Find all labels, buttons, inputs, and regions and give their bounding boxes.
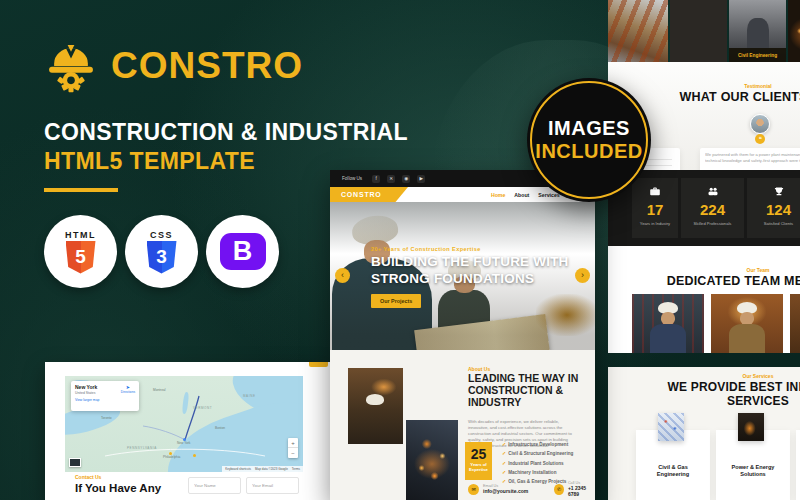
promo-canvas: CONSTRO CONSTRUCTION & INDUSTRIAL HTML5 … <box>0 0 800 500</box>
service-card-partial <box>796 430 800 500</box>
zoom-out-button[interactable]: − <box>288 448 298 458</box>
portfolio-image-steelwork <box>608 0 668 62</box>
keyboard-shortcuts-link[interactable]: Keyboard shortcuts <box>225 467 251 471</box>
terms-link[interactable]: Terms <box>292 467 300 471</box>
body <box>650 324 686 353</box>
stat-years: 17 Years in Industry <box>632 178 678 238</box>
email-value[interactable]: info@yoursite.com <box>483 488 528 494</box>
about-image-sparks <box>406 420 458 500</box>
directions-link[interactable]: ➤ Directions <box>121 384 135 394</box>
team-title: DEDICATED TEAM MEMBERS <box>608 274 800 288</box>
check-icon: ✓ <box>502 450 506 456</box>
map-label: Boston <box>215 426 225 430</box>
portfolio-worker-figure <box>747 18 769 48</box>
map-state-label: MAINE <box>243 394 256 398</box>
map-marker-blue <box>183 438 186 441</box>
stat-label: Years in Industry <box>632 221 678 226</box>
name-input[interactable] <box>188 477 241 494</box>
carousel-next-button[interactable]: › <box>575 268 590 283</box>
tagline-line1: CONSTRUCTION & INDUSTRIAL <box>44 119 408 146</box>
checklist-item: ✓Infrastructure Development <box>502 440 573 449</box>
phone-contact[interactable]: ✆ Call Us +1 2345 6789 <box>554 481 595 497</box>
check-icon: ✓ <box>502 460 506 466</box>
portfolio-image-sparks <box>788 0 800 62</box>
users-icon <box>707 186 719 196</box>
css3-icon: 3 <box>147 241 177 274</box>
experience-box: 25 Years of Expertise <box>465 442 492 480</box>
view-larger-map-link[interactable]: View larger map <box>75 398 135 402</box>
stat-label: Skilled Professionals <box>681 221 744 226</box>
zoom-in-button[interactable]: + <box>288 438 298 448</box>
service-name-line2: Solutions <box>740 471 765 477</box>
map-marker-yellow <box>169 452 172 455</box>
html5-badge: HTML 5 <box>44 215 117 288</box>
twitter-icon[interactable]: ✕ <box>387 175 395 183</box>
homepage-preview: Follow Us f ✕ ◉ ▶ CONSTRO Home About Ser… <box>330 170 595 500</box>
preview-logo[interactable]: CONSTRO <box>330 187 408 202</box>
service-image-plant <box>738 413 764 441</box>
quote-icon: ❝ <box>755 134 765 144</box>
hero-kicker: 20+ Years of Construction Expertise <box>371 246 481 252</box>
hero-section: 20+ Years of Construction Expertise BUIL… <box>330 202 595 350</box>
hero-cta-button[interactable]: Our Projects <box>371 294 421 308</box>
youtube-icon[interactable]: ▶ <box>417 175 425 183</box>
services-section: Our Services WE PROVIDE BEST INDUSTRY SE… <box>608 367 800 500</box>
testimonial-quote-line2: technical knowledge and safety-first app… <box>705 158 800 164</box>
stat-value: 124 <box>747 201 800 218</box>
tech-badges: HTML 5 CSS 3 B <box>44 215 279 288</box>
services-title-line1: WE PROVIDE BEST INDUSTRY <box>608 380 800 394</box>
facebook-icon[interactable]: f <box>372 175 380 183</box>
stat-clients: 124 Satisfied Clients <box>747 178 800 238</box>
body <box>729 324 765 353</box>
map-label: New York <box>177 441 190 445</box>
stat-value: 17 <box>632 201 678 218</box>
html5-badge-label: HTML <box>65 230 96 240</box>
carousel-prev-button[interactable]: ‹ <box>335 268 350 283</box>
checklist-item: ✓Civil & Structural Engineering <box>502 449 573 458</box>
team-member-photo <box>790 294 800 353</box>
map-marker-yellow <box>193 454 196 457</box>
css3-badge: CSS 3 <box>125 215 198 288</box>
stats-section: 17 Years in Industry 224 Skilled Profess… <box>608 170 800 246</box>
hero-title-line1: BUILDING THE FUTURE WITH <box>371 254 569 269</box>
about-checklist: ✓Infrastructure Development ✓Civil & Str… <box>502 440 573 486</box>
check-icon: ✓ <box>502 441 506 447</box>
map-label: Toronto <box>101 416 112 420</box>
portfolio-tag: Civil Engineering <box>729 48 786 62</box>
nav-item-home[interactable]: Home <box>491 192 505 198</box>
stat-value: 224 <box>681 201 744 218</box>
google-map[interactable]: Ottawa Montreal Toronto Boston New York … <box>65 376 303 472</box>
team-member-photo <box>711 294 783 353</box>
map-info-card: New York United States ➤ Directions View… <box>71 381 139 411</box>
team-kicker: Our Team <box>608 267 800 273</box>
service-image-circuit <box>658 413 684 441</box>
contact-title: If You Have Any <box>75 482 161 494</box>
services-kicker: Our Services <box>608 373 800 379</box>
follow-us-label: Follow Us <box>342 176 362 181</box>
satellite-toggle-thumbnail[interactable] <box>69 458 81 467</box>
about-contact-row: ✉ Email Us info@yoursite.com ✆ Call Us +… <box>468 481 595 497</box>
nav-item-about[interactable]: About <box>514 192 529 198</box>
about-image-worker <box>348 368 403 444</box>
contact-heading-block: Contact Us If You Have Any <box>75 474 161 494</box>
instagram-icon[interactable]: ◉ <box>402 175 410 183</box>
hero-title-line2: STRONG FOUNDATIONS <box>371 271 534 286</box>
testimonial-kicker: Testimonial <box>608 83 800 89</box>
about-section: About Us LEADING THE WAY IN CONSTRUCTION… <box>330 350 595 500</box>
team-member-photo <box>632 294 704 353</box>
service-name-line1: Civil & Gas <box>658 464 688 470</box>
images-included-badge: IMAGES INCLUDED <box>527 78 651 202</box>
contact-kicker: Contact Us <box>75 474 161 480</box>
phone-value[interactable]: +1 2345 6789 <box>568 485 595 497</box>
map-zoom-control: + − <box>288 438 298 458</box>
email-contact[interactable]: ✉ Email Us info@yoursite.com <box>468 481 528 497</box>
email-input[interactable] <box>246 477 299 494</box>
map-label: Montreal <box>153 388 165 392</box>
brand-logo: CONSTRO <box>44 38 303 94</box>
chat-button-partial[interactable] <box>309 362 328 367</box>
badge-line1: IMAGES <box>548 117 630 140</box>
team-section: Our Team DEDICATED TEAM MEMBERS <box>608 246 800 353</box>
stat-professionals: 224 Skilled Professionals <box>681 178 744 238</box>
about-image-helmet <box>366 394 384 405</box>
testimonial-quote-line1: We partnered with them for a power plant… <box>705 152 800 158</box>
